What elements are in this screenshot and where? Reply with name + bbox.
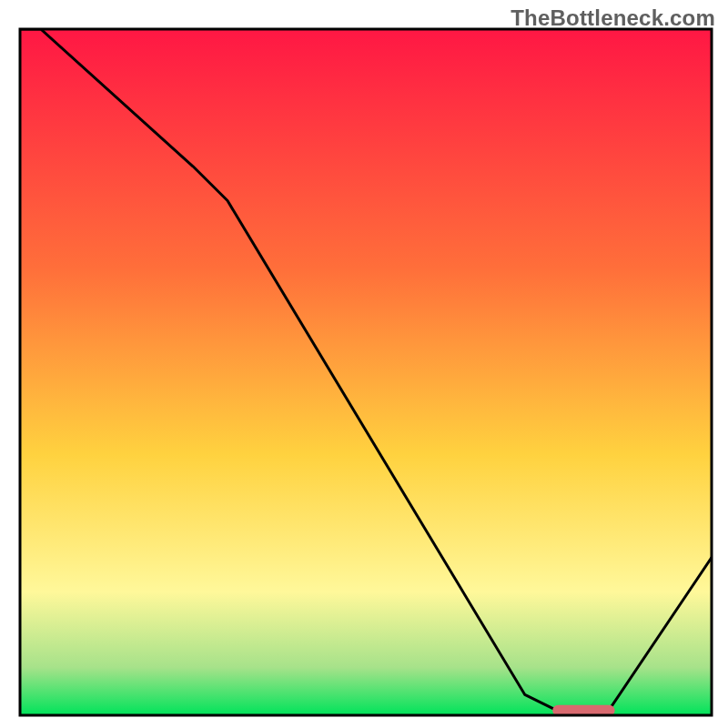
chart-container: { "watermark": "TheBottleneck.com", "col… <box>0 0 728 728</box>
bottleneck-chart <box>0 0 728 728</box>
gradient-background <box>20 29 712 715</box>
